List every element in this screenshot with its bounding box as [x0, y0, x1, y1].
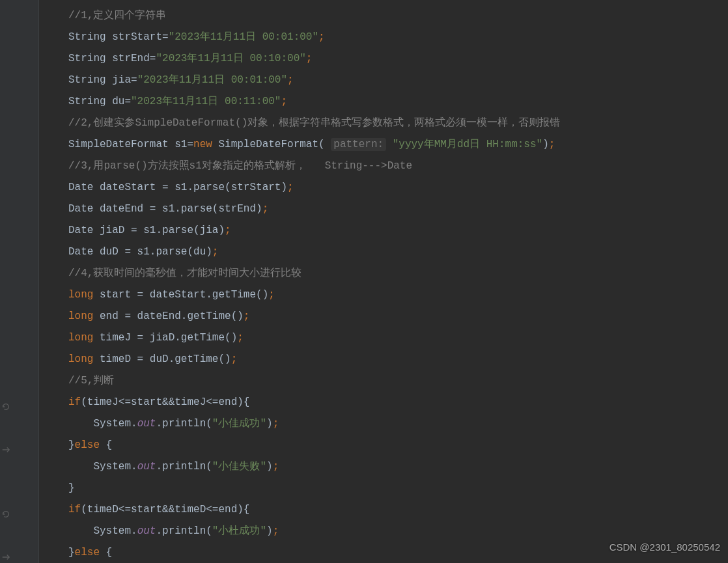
code-line[interactable]: }	[68, 478, 728, 499]
code-editor: //1,定义四个字符串String strStart="2023年11月11日 …	[0, 0, 728, 563]
loop-icon[interactable]	[1, 398, 10, 407]
code-line[interactable]: //4,获取时间的毫秒值，才能对时间大小进行比较	[68, 263, 728, 284]
code-line[interactable]: Date dateEnd = s1.parse(strEnd);	[68, 199, 728, 220]
code-line[interactable]: Date dateStart = s1.parse(strStart);	[68, 177, 728, 199]
code-line[interactable]: long timeJ = jiaD.getTime();	[68, 327, 728, 349]
code-line[interactable]: long start = dateStart.getTime();	[68, 284, 728, 306]
code-line[interactable]: }else {	[68, 435, 728, 456]
code-line[interactable]: String strEnd="2023年11月11日 00:10:00";	[68, 48, 728, 70]
code-line[interactable]: System.out.println("小佳失败");	[68, 456, 728, 478]
code-line[interactable]: if(timeJ<=start&&timeJ<=end){	[68, 392, 728, 413]
code-line[interactable]: SimpleDateFormat s1=new SimpleDateFormat…	[68, 134, 728, 156]
code-line[interactable]: //3,用parse()方法按照s1对象指定的格式解析， String--->D…	[68, 156, 728, 177]
arrow-icon[interactable]	[1, 549, 10, 558]
code-line[interactable]: //2,创建实参SimpleDateFormat()对象，根据字符串格式写参数格…	[68, 113, 728, 134]
code-line[interactable]: long end = dateEnd.getTime();	[68, 306, 728, 327]
loop-icon[interactable]	[1, 506, 10, 515]
code-line[interactable]: Date jiaD = s1.parse(jia);	[68, 220, 728, 241]
code-line[interactable]: Date duD = s1.parse(du);	[68, 241, 728, 263]
watermark: CSDN @2301_80250542	[609, 538, 720, 558]
code-line[interactable]: String strStart="2023年11月11日 00:01:00";	[68, 27, 728, 48]
code-line[interactable]: if(timeD<=start&&timeD<=end){	[68, 499, 728, 521]
arrow-icon[interactable]	[1, 441, 10, 450]
code-line[interactable]: //5,判断	[68, 370, 728, 392]
code-area[interactable]: //1,定义四个字符串String strStart="2023年11月11日 …	[39, 0, 728, 563]
code-line[interactable]: //1,定义四个字符串	[68, 5, 728, 27]
gutter	[0, 0, 39, 563]
code-line[interactable]: String jia="2023年11月11日 00:01:00";	[68, 70, 728, 91]
code-line[interactable]: long timeD = duD.getTime();	[68, 349, 728, 370]
code-line[interactable]: String du="2023年11月11日 00:11:00";	[68, 91, 728, 113]
code-line[interactable]: System.out.println("小佳成功");	[68, 413, 728, 435]
